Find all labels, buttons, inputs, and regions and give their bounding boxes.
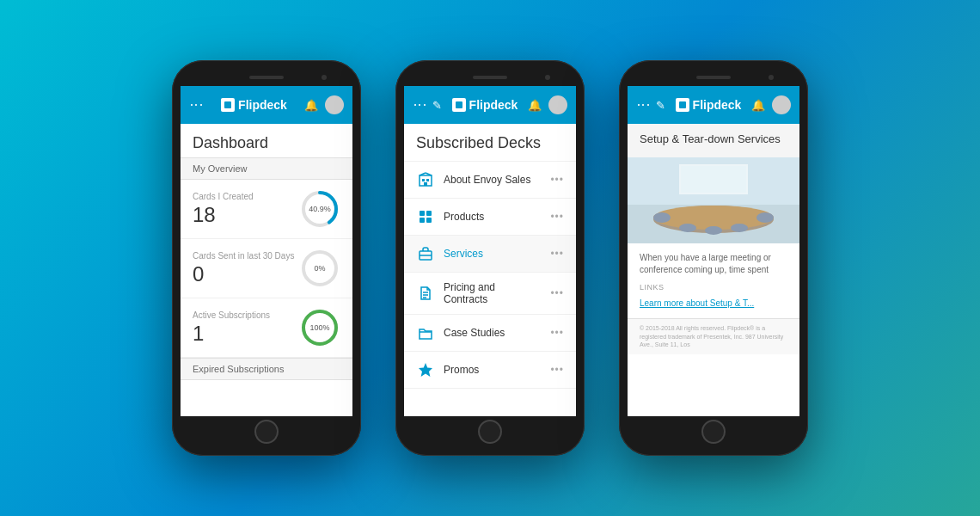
phone-top-bar-2 — [404, 69, 576, 86]
card-main-title: Setup & Tear-down Services — [640, 132, 787, 147]
logo-icon-3 — [676, 98, 689, 112]
avatar-1[interactable] — [325, 95, 344, 114]
phone-3: ⋮ ✎ Flipdeck 🔔 Setup & Tear-down Service… — [619, 60, 808, 456]
card-footer: © 2015-2018 All rights reserved. Flipdec… — [628, 318, 799, 354]
star-icon — [416, 360, 435, 379]
menu-dots-icon-3[interactable]: ⋮ — [635, 98, 652, 113]
deck-name-products: Products — [444, 211, 542, 223]
deck-name-about: About Envoy Sales — [444, 174, 542, 186]
menu-dots-icon-2[interactable]: ⋮ — [412, 98, 428, 113]
phone-2: ⋮ ✎ Flipdeck 🔔 Subscribed Decks — [395, 60, 585, 456]
svg-point-29 — [756, 212, 774, 223]
stat-sent-value: 0 — [193, 262, 294, 286]
stat-card-created: Cards I Created 18 40.9% — [181, 180, 352, 239]
grid-icon — [416, 207, 435, 226]
svg-rect-13 — [420, 218, 425, 223]
home-button-1[interactable] — [254, 420, 279, 444]
phone-top-bar-3 — [628, 69, 799, 86]
stat-card-subscriptions: Active Subscriptions 1 100% — [181, 298, 352, 358]
card-header-area: Setup & Tear-down Services — [628, 124, 799, 157]
document-icon — [416, 284, 435, 303]
deck-name-services: Services — [444, 248, 542, 260]
phone-screen-3: ⋮ ✎ Flipdeck 🔔 Setup & Tear-down Service… — [628, 86, 799, 416]
phone-speaker-2 — [473, 76, 507, 79]
phone-speaker-1 — [249, 76, 284, 79]
header-actions-2: 🔔 — [528, 95, 567, 114]
stat-sent-label: Cards Sent in last 30 Days — [193, 251, 294, 261]
deck-item-promos[interactable]: Promos ••• — [404, 352, 576, 389]
phone-speaker-3 — [696, 76, 731, 79]
card-detail: Setup & Tear-down Services — [628, 124, 799, 416]
edit-icon-3[interactable]: ✎ — [656, 99, 665, 112]
card-image — [628, 157, 799, 243]
progress-circle-1: 40.9% — [299, 188, 340, 230]
deck-item-services[interactable]: Services ••• — [404, 236, 576, 273]
menu-dots-icon[interactable]: ⋮ — [188, 98, 205, 113]
logo-text-3: Flipdeck — [693, 98, 742, 112]
logo-text-1: Flipdeck — [238, 98, 287, 112]
bell-icon-3[interactable]: 🔔 — [751, 99, 765, 112]
stat-sub-value: 1 — [193, 322, 270, 346]
avatar-3[interactable] — [772, 95, 791, 114]
deck-item-products[interactable]: Products ••• — [404, 199, 576, 236]
briefcase-icon — [416, 244, 435, 263]
deck-more-promos[interactable]: ••• — [550, 364, 564, 376]
expired-section: Expired Subscriptions — [181, 358, 352, 380]
progress-circle-3: 100% — [299, 307, 340, 348]
deck-more-services[interactable]: ••• — [550, 248, 564, 260]
progress-label-2: 0% — [314, 264, 325, 273]
phone-camera-1 — [322, 75, 327, 80]
deck-more-products[interactable]: ••• — [550, 211, 564, 223]
home-button-2[interactable] — [478, 420, 502, 444]
deck-item-case-studies[interactable]: Case Studies ••• — [404, 315, 576, 352]
svg-point-31 — [731, 224, 748, 232]
svg-rect-7 — [426, 179, 429, 181]
logo-text-2: Flipdeck — [469, 98, 518, 112]
svg-rect-14 — [426, 218, 432, 223]
card-link[interactable]: Learn more about Setup & T... — [640, 298, 754, 308]
deck-list: Subscribed Decks About Envoy Sales ••• — [404, 124, 576, 416]
deck-item-pricing[interactable]: Pricing and Contracts ••• — [404, 273, 576, 315]
phone-bottom-bar-3 — [628, 416, 799, 447]
svg-rect-12 — [426, 211, 432, 216]
logo-icon-1 — [221, 98, 235, 112]
svg-point-30 — [679, 224, 696, 232]
header-logo-2: Flipdeck — [447, 98, 523, 112]
avatar-2[interactable] — [548, 95, 567, 114]
svg-marker-20 — [419, 363, 432, 377]
subscribed-decks-title: Subscribed Decks — [404, 124, 576, 162]
bell-icon-1[interactable]: 🔔 — [304, 99, 318, 112]
edit-icon-2[interactable]: ✎ — [432, 99, 442, 112]
phone-screen-2: ⋮ ✎ Flipdeck 🔔 Subscribed Decks — [404, 86, 576, 416]
phone-screen-1: ⋮ Flipdeck 🔔 Dashboard My Overview Cards… — [181, 86, 352, 416]
home-button-3[interactable] — [701, 420, 726, 444]
svg-point-27 — [653, 206, 774, 230]
stat-sent-info: Cards Sent in last 30 Days 0 — [193, 251, 294, 286]
deck-more-case-studies[interactable]: ••• — [550, 327, 564, 339]
screen-content-1: Dashboard My Overview Cards I Created 18… — [181, 124, 352, 416]
deck-name-pricing: Pricing and Contracts — [444, 281, 542, 305]
stat-created-info: Cards I Created 18 — [193, 192, 254, 227]
app-header-2: ⋮ ✎ Flipdeck 🔔 — [404, 86, 576, 124]
svg-rect-11 — [420, 211, 425, 216]
building-icon — [416, 170, 435, 189]
card-content-area: When you have a large meeting or confere… — [628, 243, 799, 318]
folder-icon — [416, 323, 435, 342]
phone-top-bar-1 — [181, 69, 352, 86]
app-header-3: ⋮ ✎ Flipdeck 🔔 — [628, 86, 799, 124]
svg-rect-24 — [681, 166, 746, 193]
header-logo-3: Flipdeck — [671, 98, 746, 112]
my-overview-section: My Overview — [181, 157, 352, 180]
deck-item-about[interactable]: About Envoy Sales ••• — [404, 162, 576, 199]
phone-camera-3 — [769, 75, 774, 80]
svg-point-32 — [705, 226, 722, 235]
header-actions-1: 🔔 — [304, 95, 344, 114]
card-description: When you have a large meeting or confere… — [640, 252, 787, 276]
deck-more-about[interactable]: ••• — [550, 174, 564, 186]
footer-text: © 2015-2018 All rights reserved. Flipdec… — [640, 324, 787, 349]
bell-icon-2[interactable]: 🔔 — [528, 99, 542, 112]
app-header-1: ⋮ Flipdeck 🔔 — [181, 86, 352, 124]
progress-label-3: 100% — [309, 323, 329, 332]
deck-more-pricing[interactable]: ••• — [550, 287, 564, 299]
header-actions-3: 🔔 — [751, 95, 791, 114]
